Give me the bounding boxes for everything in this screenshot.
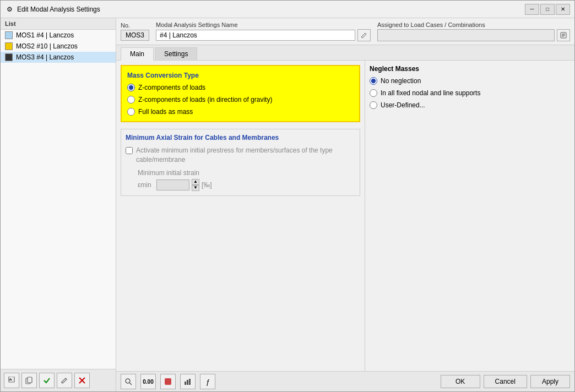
no-section: No. MOS3: [121, 22, 149, 41]
copy-button[interactable]: [21, 373, 37, 388]
radio-fixed-nodal[interactable]: In all fixed nodal and line supports: [370, 89, 570, 97]
delete-button[interactable]: [74, 373, 90, 388]
radio-z-components[interactable]: Z-components of loads: [127, 84, 354, 91]
mos3-color-indicator: [5, 53, 13, 61]
cables-checkbox[interactable]: [126, 147, 133, 154]
cables-checkbox-row: Activate minimum initial prestress for m…: [126, 146, 355, 165]
tabs: Main Settings: [116, 45, 574, 61]
cables-checkbox-label: Activate minimum initial prestress for m…: [136, 146, 355, 165]
svg-line-9: [365, 33, 366, 34]
radio-full-loads[interactable]: Full loads as mass: [127, 108, 354, 116]
radio-user-defined[interactable]: User-Defined...: [370, 101, 570, 109]
titlebar: ⚙ Edit Modal Analysis Settings ─ □ ✕: [1, 1, 574, 18]
mass-conversion-options: Z-components of loads Z-components of lo…: [127, 84, 354, 116]
no-value: MOS3: [121, 30, 149, 41]
cables-title: Minimum Axial Strain for Cables and Memb…: [126, 134, 355, 141]
neglect-masses-options: No neglection In all fixed nodal and lin…: [370, 77, 570, 109]
right-panel: No. MOS3 Modal Analysis Settings Name As…: [116, 18, 574, 391]
neglect-masses-title: Neglect Masses: [370, 65, 570, 73]
emin-stepper-up[interactable]: ▲: [192, 179, 199, 185]
assigned-edit-btn[interactable]: [557, 29, 570, 41]
sidebar-item-mos3[interactable]: MOS3 #4 | Lanczos: [1, 52, 116, 63]
radio-fixed-nodal-label: In all fixed nodal and line supports: [381, 89, 480, 97]
sidebar-item-mos1-label: MOS1 #4 | Lanczos: [16, 31, 74, 39]
svg-rect-2: [9, 379, 12, 380]
main-window: ⚙ Edit Modal Analysis Settings ─ □ ✕ Lis…: [0, 0, 575, 392]
edit-button[interactable]: [57, 373, 72, 388]
name-row: [156, 29, 371, 41]
sidebar-footer: [1, 369, 116, 391]
name-label: Modal Analysis Settings Name: [156, 21, 371, 28]
window-icon: ⚙: [5, 5, 14, 14]
svg-rect-17: [185, 382, 186, 385]
no-label: No.: [121, 22, 149, 29]
minimize-btn[interactable]: ─: [525, 4, 539, 15]
radio-full-loads-label: Full loads as mass: [138, 108, 193, 116]
right-tab-panel: Neglect Masses No neglection In all fixe…: [365, 61, 574, 371]
emin-stepper-down[interactable]: ▼: [192, 185, 199, 191]
sidebar: List MOS1 #4 | Lanczos MOS2 #10 | Lanczo…: [1, 18, 116, 391]
chart-btn[interactable]: [180, 374, 196, 389]
emin-row: εmin ▲ ▼ [‰]: [138, 179, 355, 191]
radio-z-gravity-input[interactable]: [127, 96, 135, 104]
radio-full-loads-input[interactable]: [127, 108, 135, 116]
sidebar-item-mos3-label: MOS3 #4 | Lanczos: [16, 53, 74, 61]
assigned-input[interactable]: [377, 29, 555, 41]
sidebar-item-mos2-label: MOS2 #10 | Lanczos: [16, 42, 78, 50]
main-content: List MOS1 #4 | Lanczos MOS2 #10 | Lanczo…: [1, 18, 574, 391]
cables-section-left: Minimum Axial Strain for Cables and Memb…: [121, 129, 360, 196]
radio-z-gravity-label: Z-components of loads (in direction of g…: [138, 96, 272, 104]
decimal-btn[interactable]: 0.00: [140, 374, 156, 389]
sidebar-item-mos1[interactable]: MOS1 #4 | Lanczos: [1, 30, 116, 41]
min-strain-label: Minimum initial strain: [138, 169, 355, 177]
svg-point-14: [126, 379, 130, 383]
name-edit-btn[interactable]: [357, 29, 371, 41]
mos1-color-indicator: [5, 31, 13, 39]
radio-z-components-input[interactable]: [127, 84, 135, 91]
svg-line-5: [66, 378, 67, 379]
radio-no-neglection-label: No neglection: [381, 77, 421, 85]
svg-rect-19: [189, 379, 191, 385]
sidebar-item-mos2[interactable]: MOS2 #10 | Lanczos: [1, 41, 116, 52]
top-section: No. MOS3 Modal Analysis Settings Name As…: [116, 18, 574, 45]
mass-conversion-title: Mass Conversion Type: [127, 72, 354, 79]
apply-button[interactable]: Apply: [530, 375, 570, 388]
bottom-section: 0.00 ƒ OK Cancel Apply: [116, 371, 574, 391]
assigned-label: Assigned to Load Cases / Combinations: [377, 21, 570, 28]
radio-no-neglection-input[interactable]: [370, 77, 377, 85]
radio-fixed-nodal-input[interactable]: [370, 89, 377, 97]
assigned-section: Assigned to Load Cases / Combinations: [377, 21, 570, 41]
radio-no-neglection[interactable]: No neglection: [370, 77, 570, 85]
radio-z-components-label: Z-components of loads: [138, 84, 205, 91]
emin-input[interactable]: [156, 179, 189, 190]
mass-conversion-section: Mass Conversion Type Z-components of loa…: [121, 65, 360, 122]
radio-z-gravity[interactable]: Z-components of loads (in direction of g…: [127, 96, 354, 104]
emin-label: εmin: [138, 181, 154, 189]
maximize-btn[interactable]: □: [540, 4, 555, 15]
mos2-color-indicator: [5, 42, 13, 50]
radio-user-defined-input[interactable]: [370, 101, 377, 109]
name-input[interactable]: [156, 30, 355, 41]
cancel-button[interactable]: Cancel: [484, 375, 527, 388]
emin-unit: [‰]: [202, 181, 212, 189]
function-btn[interactable]: ƒ: [200, 374, 215, 389]
search-icon-btn[interactable]: [121, 374, 136, 389]
ok-button[interactable]: OK: [441, 375, 480, 388]
left-tab-panel: Mass Conversion Type Z-components of loa…: [116, 61, 365, 371]
emin-stepper: ▲ ▼: [192, 179, 199, 191]
window-title: Edit Modal Analysis Settings: [17, 6, 525, 13]
svg-rect-16: [165, 378, 171, 385]
dialog-buttons: OK Cancel Apply: [441, 375, 570, 388]
close-btn[interactable]: ✕: [556, 4, 570, 15]
neglect-masses-section: Neglect Masses No neglection In all fixe…: [370, 65, 570, 109]
svg-rect-4: [28, 377, 32, 383]
tab-main[interactable]: Main: [121, 47, 154, 61]
tab-content: Mass Conversion Type Z-components of loa…: [116, 61, 574, 371]
confirm-button[interactable]: [39, 373, 55, 388]
color-btn[interactable]: [160, 374, 176, 389]
svg-line-15: [129, 383, 132, 385]
add-button[interactable]: [4, 373, 19, 388]
tab-settings[interactable]: Settings: [155, 47, 197, 60]
svg-rect-18: [187, 380, 188, 385]
titlebar-controls: ─ □ ✕: [525, 4, 570, 15]
